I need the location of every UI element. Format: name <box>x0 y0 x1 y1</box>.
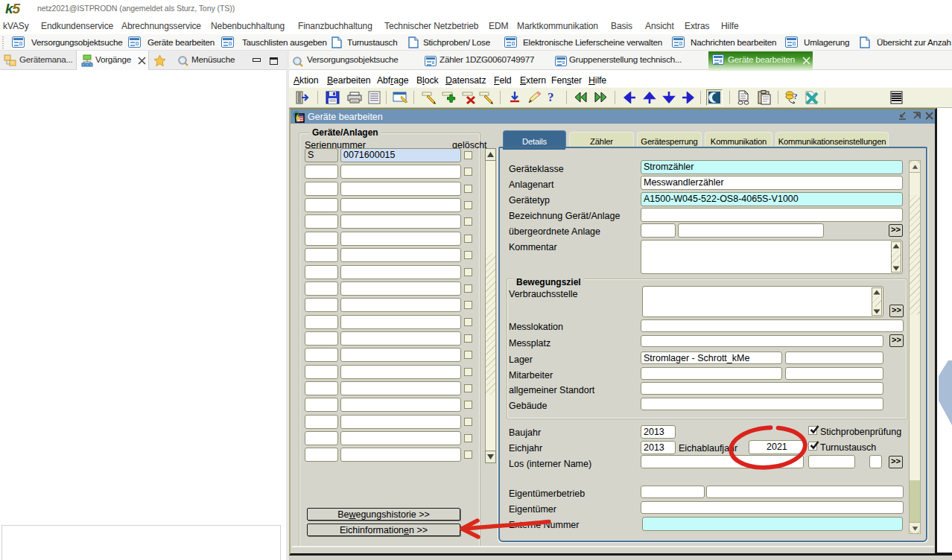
svg-text:?: ? <box>793 92 798 101</box>
